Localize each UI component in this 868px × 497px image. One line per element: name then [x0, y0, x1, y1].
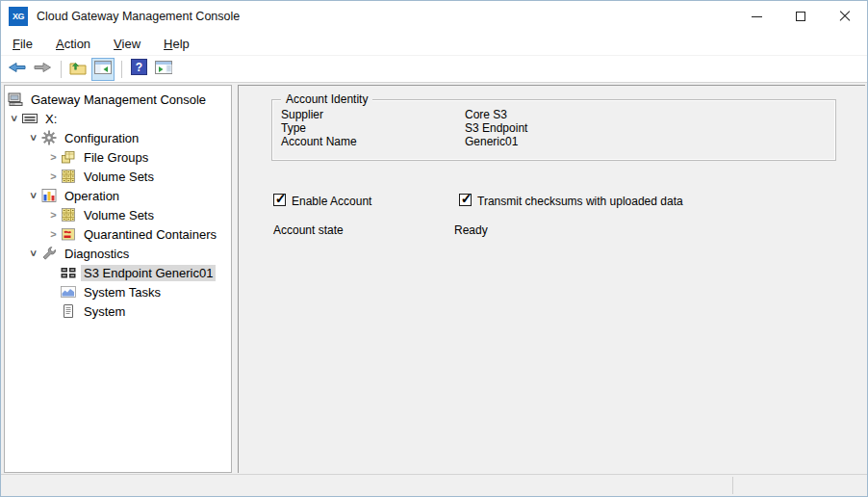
forward-button[interactable] — [31, 58, 54, 81]
account-state-value: Ready — [454, 223, 488, 237]
computer-icon — [8, 92, 23, 107]
status-bar-divider — [732, 477, 733, 494]
chevron-right-icon[interactable] — [46, 208, 61, 222]
enable-account-checkbox[interactable]: ✓ — [273, 194, 286, 206]
chevron-placeholder — [46, 266, 61, 280]
tree-item-operation[interactable]: Operation — [5, 186, 231, 205]
endpoint-icon — [61, 265, 76, 280]
field-value: S3 Endpoint — [465, 121, 527, 135]
area-chart-icon — [61, 284, 76, 300]
console-tree-window-icon — [94, 61, 112, 78]
svg-text:?: ? — [135, 61, 141, 74]
tree-item-x-drive[interactable]: X: — [5, 109, 231, 128]
field-label: Supplier — [281, 108, 323, 121]
tree-item-label: Volume Sets — [81, 207, 157, 223]
back-icon — [8, 60, 27, 79]
title-bar[interactable]: XG Cloud Gateway Management Console — [1, 1, 867, 32]
tree-item-label: Configuration — [62, 130, 141, 146]
menu-file[interactable]: File — [5, 34, 40, 54]
tree-item-quarantined-containers[interactable]: Quarantined Containers — [5, 224, 231, 244]
chevron-down-icon[interactable] — [27, 189, 41, 203]
action-pane-window-icon — [155, 61, 172, 78]
enable-account-checkbox-row: ✓ Enable Account — [273, 194, 371, 208]
close-icon — [839, 11, 851, 22]
field-value: Generic01 — [465, 135, 518, 148]
checkmark-icon: ✓ — [461, 194, 472, 203]
chevron-right-icon[interactable] — [46, 227, 61, 242]
tree-item-volume-sets-operation[interactable]: Volume Sets — [5, 205, 231, 224]
toolbar-separator — [121, 61, 122, 78]
status-bar — [1, 474, 867, 496]
chevron-right-icon[interactable] — [46, 150, 61, 165]
app-icon: XG — [9, 7, 28, 26]
up-one-level-folder-icon — [69, 60, 87, 79]
tree-item-label: System Tasks — [81, 284, 164, 301]
help-button[interactable]: ? — [127, 58, 150, 81]
forward-icon — [33, 60, 52, 79]
app-window: XG Cloud Gateway Management Console File… — [0, 0, 868, 497]
tree-item-label: Quarantined Containers — [81, 226, 219, 243]
tree-item-label: Volume Sets — [81, 169, 157, 185]
field-label: Account Name — [281, 135, 357, 148]
minimize-icon — [752, 16, 762, 17]
window-title: Cloud Gateway Management Console — [37, 10, 240, 23]
field-supplier: Supplier Core S3 — [272, 108, 835, 121]
field-value: Core S3 — [465, 108, 507, 121]
document-icon — [61, 303, 76, 319]
console-tree-panel: Gateway Management Console X: Configurat… — [4, 85, 232, 473]
tree-item-label: S3 Endpoint Generic01 — [81, 265, 216, 281]
gear-icon — [41, 130, 57, 145]
up-one-level-button[interactable] — [66, 58, 89, 81]
details-panel: Account Identity Supplier Core S3 Type S… — [238, 85, 865, 473]
drive-icon — [22, 111, 38, 126]
toolbar: ? — [1, 56, 867, 83]
show-hide-console-tree-button[interactable] — [91, 58, 115, 81]
chevron-placeholder — [46, 304, 61, 319]
wrench-icon — [41, 246, 57, 261]
tree-item-s3-endpoint-generic01[interactable]: S3 Endpoint Generic01 — [5, 263, 231, 282]
tree-item-label: X: — [42, 111, 60, 127]
maximize-icon — [796, 12, 805, 21]
checkmark-icon: ✓ — [275, 194, 287, 203]
bar-chart-icon — [41, 188, 57, 203]
transmit-checksums-checkbox[interactable]: ✓ — [459, 194, 472, 206]
chevron-down-icon[interactable] — [27, 247, 41, 261]
help-icon: ? — [131, 59, 147, 79]
tree-item-volume-sets-configuration[interactable]: Volume Sets — [5, 167, 231, 186]
transmit-checksums-checkbox-row: ✓ Transmit checksums with uploaded data — [459, 194, 683, 208]
chevron-placeholder — [46, 285, 61, 300]
tree-item-system-tasks[interactable]: System Tasks — [5, 282, 231, 301]
menu-action[interactable]: Action — [48, 34, 98, 54]
volume-sets-icon — [61, 169, 76, 184]
transmit-checksums-label: Transmit checksums with uploaded data — [477, 195, 683, 208]
tree-item-gateway-management-console[interactable]: Gateway Management Console — [5, 90, 231, 109]
menu-bar: File Action View Help — [1, 32, 867, 56]
tree-item-label: Operation — [62, 188, 122, 204]
tree-item-label: System — [81, 303, 128, 320]
close-button[interactable] — [823, 1, 867, 32]
menu-view[interactable]: View — [106, 34, 148, 54]
back-button[interactable] — [6, 58, 29, 81]
tree-item-configuration[interactable]: Configuration — [5, 128, 231, 147]
tree-item-system[interactable]: System — [5, 301, 231, 321]
tree-item-label: File Groups — [81, 149, 151, 166]
chevron-down-icon[interactable] — [27, 131, 41, 145]
tree-item-label: Diagnostics — [62, 246, 132, 262]
tree-item-file-groups[interactable]: File Groups — [5, 147, 231, 167]
enable-account-label: Enable Account — [292, 195, 371, 208]
field-type: Type S3 Endpoint — [272, 121, 835, 135]
chevron-right-icon[interactable] — [46, 170, 61, 184]
minimize-button[interactable] — [734, 1, 779, 32]
tree-item-diagnostics[interactable]: Diagnostics — [5, 244, 231, 263]
show-hide-action-pane-button[interactable] — [152, 58, 175, 81]
content-area: Gateway Management Console X: Configurat… — [1, 83, 867, 474]
volume-sets-icon — [61, 207, 76, 222]
account-identity-groupbox: Account Identity Supplier Core S3 Type S… — [271, 99, 836, 161]
account-state-label: Account state — [273, 223, 344, 237]
menu-help[interactable]: Help — [156, 34, 197, 54]
toolbar-separator — [61, 61, 62, 78]
field-label: Type — [281, 121, 306, 135]
maximize-button[interactable] — [779, 1, 823, 32]
quarantine-icon — [61, 226, 76, 242]
chevron-down-icon[interactable] — [8, 112, 22, 126]
